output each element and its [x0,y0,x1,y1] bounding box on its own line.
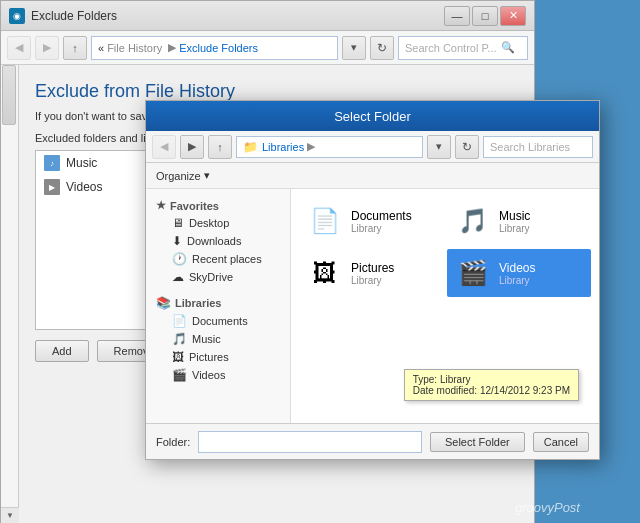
dialog-folder-icon: 📁 [243,140,258,154]
dialog-toolbar: Organize ▾ [146,163,599,189]
music-lib-icon: 🎵 [455,203,491,239]
select-folder-dialog: Select Folder ◀ ▶ ↑ 📁 Libraries ▶ ▾ ↻ Se… [145,100,600,460]
window-title: Exclude Folders [31,9,117,23]
tooltip-line2: Date modified: 12/14/2012 9:23 PM [413,385,570,396]
libraries-header: 📚 Libraries [146,292,290,312]
documents-lib-icon: 📄 [307,203,343,239]
music-lib-info: Music Library [499,209,530,234]
search-placeholder: Search Control P... [405,42,497,54]
cancel-button[interactable]: Cancel [533,432,589,452]
search-box[interactable]: Search Control P... 🔍 [398,36,528,60]
downloads-icon: ⬇ [172,234,182,248]
documents-icon: 📄 [172,314,187,328]
pictures-icon: 🖼 [172,350,184,364]
dialog-forward-button[interactable]: ▶ [180,135,204,159]
documents-lib-info: Documents Library [351,209,412,234]
up-button[interactable]: ↑ [63,36,87,60]
scroll-thumb[interactable] [2,65,16,125]
back-button[interactable]: ◀ [7,36,31,60]
watermark: groovyPost [515,500,580,515]
breadcrumb-icon: « [98,42,104,54]
excluded-item-music-label: Music [66,156,97,170]
title-bar-controls: — □ ✕ [444,6,526,26]
sidebar-item-pictures[interactable]: 🖼 Pictures [146,348,290,366]
sidebar-item-documents[interactable]: 📄 Documents [146,312,290,330]
dialog-search-placeholder: Search Libraries [490,141,570,153]
dialog-sidebar: ★ Favorites 🖥 Desktop ⬇ Downloads 🕐 Rece… [146,189,291,425]
refresh-button[interactable]: ↻ [370,36,394,60]
dialog-address-bar: ◀ ▶ ↑ 📁 Libraries ▶ ▾ ↻ Search Libraries [146,131,599,163]
organize-button[interactable]: Organize ▾ [156,169,210,182]
videos-lib-icon: 🎬 [455,255,491,291]
dialog-title-bar: Select Folder [146,101,599,131]
pictures-lib-info: Pictures Library [351,261,394,286]
libraries-icon: 📚 [156,296,171,310]
library-item-videos[interactable]: 🎬 Videos Library [447,249,591,297]
sidebar-item-desktop[interactable]: 🖥 Desktop [146,214,290,232]
excluded-item-videos-label: Videos [66,180,102,194]
folder-label: Folder: [156,436,190,448]
library-item-pictures[interactable]: 🖼 Pictures Library [299,249,443,297]
sidebar-item-skydrive[interactable]: ☁ SkyDrive [146,268,290,286]
minimize-button[interactable]: — [444,6,470,26]
search-icon: 🔍 [501,41,515,54]
breadcrumb-exclude-folders[interactable]: Exclude Folders [179,42,258,54]
address-field[interactable]: « File History ▶ Exclude Folders [91,36,338,60]
videos-icon: 🎬 [172,368,187,382]
tooltip-line1: Type: Library [413,374,570,385]
address-bar: ◀ ▶ ↑ « File History ▶ Exclude Folders ▾… [1,31,534,65]
folder-input[interactable] [198,431,422,453]
dialog-breadcrumb-libraries[interactable]: Libraries [262,141,304,153]
dialog-address-field[interactable]: 📁 Libraries ▶ [236,136,423,158]
tooltip: Type: Library Date modified: 12/14/2012 … [404,369,579,401]
forward-button[interactable]: ▶ [35,36,59,60]
dialog-title: Select Folder [334,109,411,124]
dialog-dropdown-arrow[interactable]: ▾ [427,135,451,159]
videos-lib-info: Videos Library [499,261,535,286]
sidebar-item-videos[interactable]: 🎬 Videos [146,366,290,384]
dialog-search-box[interactable]: Search Libraries [483,136,593,158]
library-item-documents[interactable]: 📄 Documents Library [299,197,443,245]
videos-folder-icon: ▶ [44,179,60,195]
select-folder-button[interactable]: Select Folder [430,432,525,452]
sidebar-scroll[interactable]: ▼ [1,65,19,523]
close-button[interactable]: ✕ [500,6,526,26]
music-folder-icon: ♪ [44,155,60,171]
sidebar-item-music[interactable]: 🎵 Music [146,330,290,348]
maximize-button[interactable]: □ [472,6,498,26]
dialog-up-button[interactable]: ↑ [208,135,232,159]
favorites-header: ★ Favorites [146,195,290,214]
sidebar-item-downloads[interactable]: ⬇ Downloads [146,232,290,250]
dialog-footer: Folder: Select Folder Cancel [146,423,599,459]
pictures-lib-icon: 🖼 [307,255,343,291]
dropdown-arrow[interactable]: ▾ [342,36,366,60]
dialog-back-button[interactable]: ◀ [152,135,176,159]
title-bar: ◉ Exclude Folders — □ ✕ [1,1,534,31]
scroll-down-arrow[interactable]: ▼ [1,507,19,523]
desktop-icon: 🖥 [172,216,184,230]
dialog-refresh-button[interactable]: ↻ [455,135,479,159]
favorites-star-icon: ★ [156,199,166,212]
window-icon: ◉ [9,8,25,24]
sidebar-item-recent[interactable]: 🕐 Recent places [146,250,290,268]
add-button[interactable]: Add [35,340,89,362]
library-item-music[interactable]: 🎵 Music Library [447,197,591,245]
recent-icon: 🕐 [172,252,187,266]
title-bar-left: ◉ Exclude Folders [9,8,117,24]
page-title: Exclude from File History [35,81,518,102]
music-icon: 🎵 [172,332,187,346]
skydrive-icon: ☁ [172,270,184,284]
breadcrumb-file-history[interactable]: File History [107,42,162,54]
